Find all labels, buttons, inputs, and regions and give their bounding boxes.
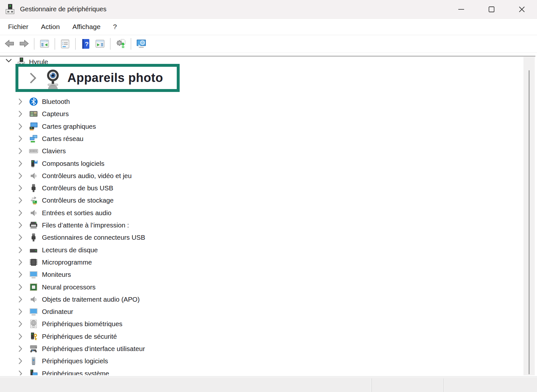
chevron-right-icon[interactable] bbox=[18, 196, 23, 204]
chevron-right-icon[interactable] bbox=[18, 271, 23, 278]
chevron-right-icon[interactable] bbox=[18, 135, 23, 143]
minimize-button[interactable] bbox=[446, 0, 476, 18]
chevron-right-icon[interactable] bbox=[18, 283, 23, 291]
scrollbar-thumb[interactable] bbox=[529, 70, 530, 374]
printer-icon bbox=[29, 221, 38, 230]
tree-item-label[interactable]: Périphériques d'interface utilisateur bbox=[42, 345, 145, 353]
forward-button[interactable] bbox=[17, 37, 30, 50]
tree-item[interactable]: Microprogramme bbox=[0, 256, 523, 268]
tree-item-label[interactable]: Lecteurs de disque bbox=[42, 246, 98, 254]
tree-item-label[interactable]: Gestionnaires de connecteurs USB bbox=[42, 234, 145, 241]
highlighted-item-label[interactable]: Appareils photo bbox=[67, 71, 163, 85]
tree-item[interactable]: Neural processors bbox=[0, 281, 523, 293]
tree-item[interactable]: Lecteurs de disque bbox=[0, 244, 523, 256]
menu-item-fichier[interactable]: Fichier bbox=[4, 21, 33, 33]
back-button[interactable] bbox=[3, 37, 16, 50]
firmware-chip-icon bbox=[29, 258, 38, 267]
chevron-right-icon[interactable] bbox=[18, 333, 23, 340]
tree-item[interactable]: Ordinateur bbox=[0, 306, 523, 318]
tree-item[interactable]: Périphériques de sécurité bbox=[0, 330, 523, 343]
tree-item-label[interactable]: Moniteurs bbox=[42, 271, 71, 278]
tree-item-label[interactable]: Cartes graphiques bbox=[42, 123, 96, 130]
tree-item[interactable]: Périphériques logiciels bbox=[0, 355, 523, 367]
chevron-right-icon[interactable] bbox=[18, 147, 23, 155]
tree-item[interactable]: Moniteurs bbox=[0, 268, 523, 281]
tree-item-label[interactable]: Contrôleurs de bus USB bbox=[42, 184, 113, 192]
help-button[interactable]: ? bbox=[79, 37, 92, 50]
tree-item[interactable]: Entrées et sorties audio bbox=[0, 207, 523, 219]
chevron-right-icon[interactable] bbox=[18, 184, 23, 192]
tree-item-label[interactable]: Périphériques biométriques bbox=[42, 320, 123, 328]
properties-button[interactable] bbox=[59, 37, 72, 50]
device-tree: HyruleBluetoothCapteursCartes graphiques… bbox=[0, 57, 523, 375]
tree-item-label[interactable]: Ordinateur bbox=[42, 308, 73, 316]
tree-item-label[interactable]: Files d’attente à l’impression : bbox=[42, 221, 129, 229]
chevron-right-icon[interactable] bbox=[18, 308, 23, 316]
chevron-right-icon[interactable] bbox=[18, 172, 23, 180]
chevron-right-icon[interactable] bbox=[18, 234, 23, 241]
menu-item-action[interactable]: Action bbox=[36, 21, 64, 33]
chevron-right-icon[interactable] bbox=[18, 221, 23, 229]
remote-computer-button[interactable] bbox=[135, 37, 148, 50]
tree-item[interactable]: Objets de traitement audio (APO) bbox=[0, 293, 523, 306]
tree-item[interactable]: Capteurs bbox=[0, 108, 523, 120]
chevron-right-icon[interactable] bbox=[18, 110, 23, 118]
menu-bar: FichierActionAffichage? bbox=[0, 19, 537, 35]
highlight-box-appareils-photo[interactable]: Appareils photo bbox=[15, 64, 180, 92]
tree-item-label[interactable]: Neural processors bbox=[42, 283, 95, 291]
network-adapter-icon bbox=[29, 134, 38, 143]
tree-item-label[interactable]: Composants logiciels bbox=[42, 160, 104, 167]
sensors-icon bbox=[29, 109, 38, 118]
tree-item-label[interactable]: Contrôleurs de stockage bbox=[42, 196, 114, 204]
tree-item[interactable]: Cartes graphiques bbox=[0, 120, 523, 133]
chevron-right-icon[interactable] bbox=[18, 209, 23, 217]
chevron-right-icon[interactable] bbox=[18, 160, 23, 167]
chevron-right-icon[interactable] bbox=[18, 320, 23, 328]
tree-item-label[interactable]: Périphériques de sécurité bbox=[42, 333, 117, 340]
chevron-right-icon[interactable] bbox=[18, 357, 23, 365]
tree-item-label[interactable]: Microprogramme bbox=[42, 258, 92, 266]
tree-item[interactable]: Périphériques biométriques bbox=[0, 318, 523, 330]
show-console-tree-button[interactable] bbox=[38, 37, 51, 50]
tree-item-label[interactable]: Périphériques logiciels bbox=[42, 357, 108, 365]
tree-item-label[interactable]: Périphériques système bbox=[42, 370, 109, 375]
chevron-right-icon[interactable] bbox=[18, 98, 23, 106]
window-title: Gestionnaire de périphériques bbox=[20, 5, 106, 13]
chevron-down-icon[interactable] bbox=[5, 58, 10, 66]
tree-item-label[interactable]: Contrôleurs audio, vidéo et jeu bbox=[42, 172, 132, 180]
toolbar-separator bbox=[55, 38, 55, 50]
tree-item[interactable]: Contrôleurs audio, vidéo et jeu bbox=[0, 170, 523, 182]
tree-item[interactable]: Gestionnaires de connecteurs USB bbox=[0, 231, 523, 244]
chevron-right-icon[interactable] bbox=[18, 258, 23, 266]
chevron-right-icon[interactable] bbox=[18, 296, 23, 303]
tree-item[interactable]: Périphériques système bbox=[0, 367, 523, 375]
properties-icon bbox=[60, 39, 70, 49]
tree-item-label[interactable]: Entrées et sorties audio bbox=[42, 209, 111, 217]
close-button[interactable] bbox=[507, 0, 537, 18]
toolbar: ? bbox=[0, 35, 537, 53]
tree-item-label[interactable]: Capteurs bbox=[42, 110, 69, 118]
tree-item[interactable]: Contrôleurs de bus USB bbox=[0, 182, 523, 194]
menu-item-affichage[interactable]: Affichage bbox=[68, 21, 105, 33]
tree-item[interactable]: Claviers bbox=[0, 145, 523, 157]
show-action-pane-button[interactable] bbox=[94, 37, 106, 50]
tree-item[interactable]: Cartes réseau bbox=[0, 133, 523, 145]
tree-item-label[interactable]: Bluetooth bbox=[42, 98, 70, 106]
tree-item[interactable]: Périphériques d'interface utilisateur bbox=[0, 343, 523, 355]
maximize-button[interactable] bbox=[476, 0, 507, 18]
chevron-right-icon[interactable] bbox=[18, 123, 23, 130]
chevron-right-icon[interactable] bbox=[29, 72, 37, 85]
scan-hardware-changes-button[interactable] bbox=[114, 37, 127, 50]
software-component-icon bbox=[29, 159, 38, 168]
tree-item-label[interactable]: Claviers bbox=[42, 147, 66, 155]
menu-item-?[interactable]: ? bbox=[109, 21, 122, 33]
tree-item-label[interactable]: Cartes réseau bbox=[42, 135, 84, 143]
tree-item[interactable]: Bluetooth bbox=[0, 95, 523, 108]
tree-item-label[interactable]: Objets de traitement audio (APO) bbox=[42, 296, 140, 303]
chevron-right-icon[interactable] bbox=[18, 370, 23, 375]
tree-item[interactable]: Files d’attente à l’impression : bbox=[0, 219, 523, 231]
chevron-right-icon[interactable] bbox=[18, 246, 23, 254]
tree-item[interactable]: Composants logiciels bbox=[0, 157, 523, 170]
chevron-right-icon[interactable] bbox=[18, 345, 23, 353]
tree-item[interactable]: Contrôleurs de stockage bbox=[0, 194, 523, 206]
